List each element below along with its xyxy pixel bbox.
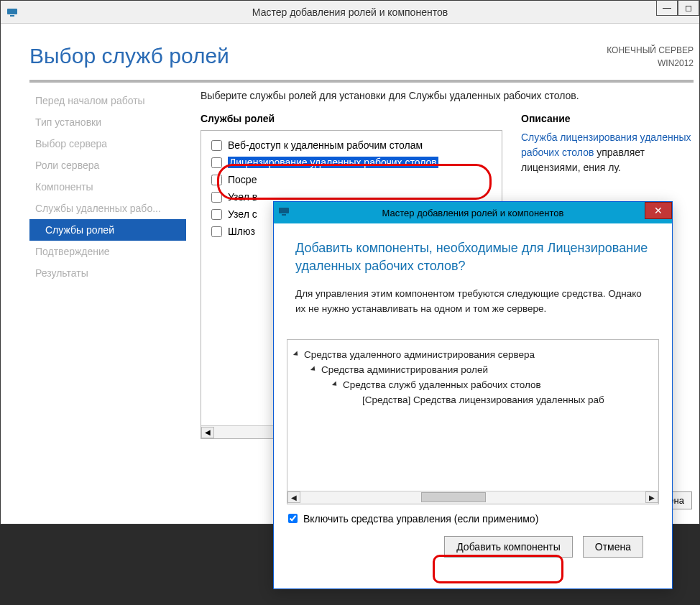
- tree-item[interactable]: Средства удаленного администрирования се…: [290, 347, 658, 362]
- role-label: Шлюз: [228, 226, 255, 237]
- role-label: Посре: [228, 174, 257, 185]
- description-heading: Описание: [521, 113, 695, 124]
- include-mgmt-checkbox[interactable]: [288, 514, 298, 523]
- dialog-cancel-button[interactable]: Отмена: [583, 536, 643, 558]
- role-rd-licensing[interactable]: Лицензирование удаленных рабочих столов: [207, 154, 502, 171]
- step-rds[interactable]: Службы удаленных рабо...: [29, 198, 186, 219]
- role-checkbox[interactable]: [211, 140, 222, 151]
- step-server-roles[interactable]: Роли сервера: [29, 154, 186, 176]
- scroll-left-icon[interactable]: ◀: [287, 491, 300, 503]
- features-tree: Средства удаленного администрирования се…: [287, 339, 659, 504]
- role-checkbox[interactable]: [211, 192, 222, 203]
- add-features-dialog: Мастер добавления ролей и компонентов ✕ …: [273, 201, 673, 589]
- role-checkbox[interactable]: [211, 175, 222, 185]
- add-features-button[interactable]: Добавить компоненты: [444, 536, 573, 558]
- role-label: Узел с: [228, 208, 257, 220]
- step-features[interactable]: Компоненты: [29, 176, 186, 198]
- include-management-tools[interactable]: Включить средства управления (если приме…: [288, 513, 658, 525]
- tree-label: [Средства] Средства лицензирования удале…: [362, 394, 604, 405]
- scroll-left-icon[interactable]: ◀: [201, 427, 214, 438]
- tree-scrollbar[interactable]: ◀ ▶: [287, 491, 658, 504]
- step-server-selection[interactable]: Выбор сервера: [29, 133, 186, 154]
- tree-label: Средства служб удаленных рабочих столов: [343, 379, 541, 390]
- step-confirmation[interactable]: Подтверждение: [29, 241, 186, 262]
- titlebar: Мастер добавления ролей и компонентов — …: [1, 1, 699, 24]
- scroll-right-icon[interactable]: ▶: [645, 491, 658, 503]
- step-results[interactable]: Результаты: [29, 262, 186, 284]
- role-broker[interactable]: Посре: [207, 171, 502, 188]
- destination-server: КОНЕЧНЫЙ СЕРВЕР WIN2012: [607, 44, 694, 70]
- destination-label: КОНЕЧНЫЙ СЕРВЕР: [607, 44, 694, 57]
- tree-label: Средства администрирования ролей: [321, 364, 488, 375]
- server-manager-icon: [5, 5, 19, 19]
- role-web-access[interactable]: Веб-доступ к удаленным рабочим столам: [207, 137, 502, 154]
- step-before-you-begin[interactable]: Перед началом работы: [29, 90, 186, 111]
- window-controls: — ◻ ✕: [656, 0, 699, 16]
- minimize-button[interactable]: —: [656, 0, 678, 16]
- dialog-close-button[interactable]: ✕: [645, 202, 672, 219]
- step-role-services[interactable]: Службы ролей: [29, 219, 186, 241]
- tree-item[interactable]: [Средства] Средства лицензирования удале…: [290, 392, 658, 407]
- maximize-button[interactable]: ◻: [678, 0, 699, 16]
- role-checkbox[interactable]: [211, 157, 222, 168]
- window-title: Мастер добавления ролей и компонентов: [1, 6, 699, 18]
- scroll-thumb[interactable]: [421, 492, 486, 502]
- expand-icon[interactable]: [293, 351, 300, 358]
- dialog-text: Для управления этим компонентом требуютс…: [295, 287, 650, 316]
- roles-heading: Службы ролей: [201, 113, 502, 124]
- wizard-steps: Перед началом работы Тип установки Выбор…: [1, 90, 186, 524]
- svg-rect-0: [7, 9, 17, 14]
- page-title: Выбор служб ролей: [29, 44, 607, 68]
- role-label: Лицензирование удаленных рабочих столов: [228, 157, 438, 168]
- destination-hostname: WIN2012: [607, 57, 694, 70]
- expand-icon[interactable]: [332, 382, 339, 388]
- dialog-heading: Добавить компоненты, необходимые для Лиц…: [295, 239, 650, 275]
- tree-item[interactable]: Средства администрирования ролей: [290, 362, 658, 377]
- role-checkbox[interactable]: [211, 209, 222, 220]
- svg-rect-1: [10, 15, 14, 17]
- role-label: Веб-доступ к удаленным рабочим столам: [228, 139, 423, 151]
- description-text: Служба лицензирования удаленных рабочих …: [521, 130, 695, 175]
- dialog-titlebar: Мастер добавления ролей и компонентов ✕: [274, 202, 672, 223]
- instruction-text: Выберите службы ролей для установки для …: [201, 90, 695, 101]
- role-checkbox[interactable]: [211, 226, 222, 237]
- expand-icon[interactable]: [310, 366, 317, 373]
- step-install-type[interactable]: Тип установки: [29, 111, 186, 133]
- role-label: Узел в: [228, 191, 257, 203]
- include-mgmt-label: Включить средства управления (если приме…: [303, 513, 538, 525]
- scroll-track[interactable]: [300, 492, 645, 502]
- tree-item[interactable]: Средства служб удаленных рабочих столов: [290, 377, 658, 392]
- dialog-title: Мастер добавления ролей и компонентов: [274, 208, 672, 218]
- tree-label: Средства удаленного администрирования се…: [304, 349, 535, 360]
